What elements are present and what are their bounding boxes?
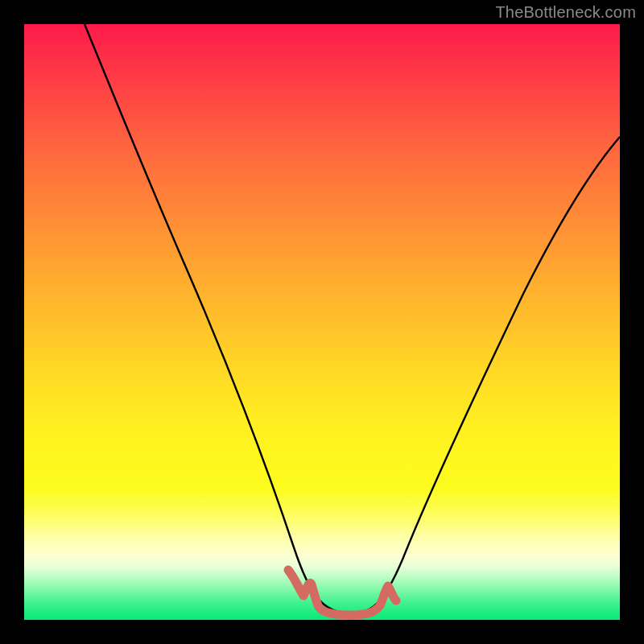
bottleneck-curve (85, 24, 620, 614)
curve-svg (24, 24, 620, 620)
chart-frame: TheBottleneck.com (0, 0, 644, 644)
watermark-text: TheBottleneck.com (495, 3, 636, 22)
plot-area (24, 24, 620, 620)
